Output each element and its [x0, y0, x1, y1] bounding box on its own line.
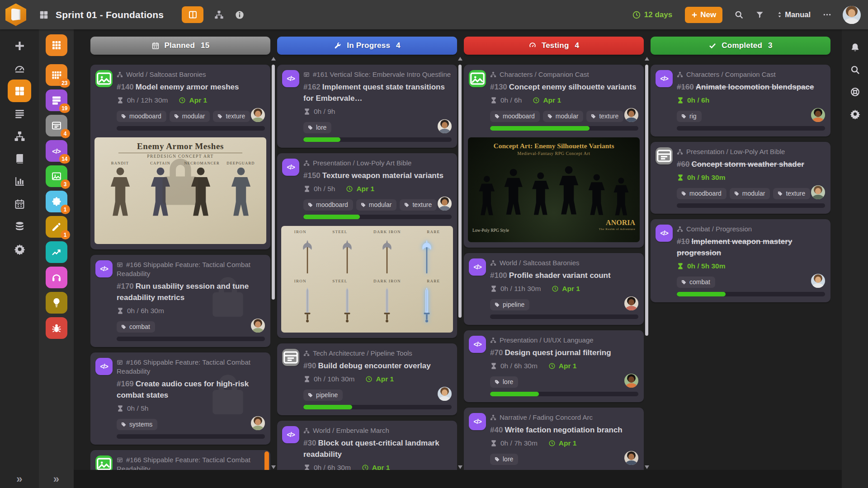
task-type-code-icon[interactable]: </>: [656, 70, 673, 87]
scrollbar-thumb[interactable]: [272, 65, 275, 300]
card-context[interactable]: Tech Architecture / Pipeline Tools: [303, 349, 452, 358]
tag-pill[interactable]: combat: [677, 277, 715, 288]
task-card[interactable]: Characters / Companion Cast#130Concept e…: [464, 65, 644, 248]
rightbar-item-search[interactable]: [850, 59, 860, 81]
task-type-image-icon[interactable]: [469, 70, 486, 87]
sidebar-item-design-docs[interactable]: [8, 147, 31, 170]
task-card[interactable]: #166 Shippable Feature: Tactical Combat …: [90, 450, 270, 470]
task-type-code-icon[interactable]: </>: [469, 336, 486, 353]
tag-pill[interactable]: modular: [170, 111, 210, 122]
board-view-button[interactable]: [182, 6, 203, 23]
filter-tile-ideas[interactable]: [46, 292, 67, 314]
sidebar-item-hierarchy[interactable]: [8, 125, 31, 147]
filter-tile-cards[interactable]: 4: [46, 115, 67, 136]
task-card[interactable]: </>#166 Shippable Feature: Tactical Comb…: [90, 255, 270, 347]
card-context[interactable]: Presentation / Low-Poly Art Bible: [677, 147, 825, 156]
sidebar-item-board[interactable]: [8, 80, 31, 102]
tag-pill[interactable]: texture: [586, 111, 623, 122]
card-context[interactable]: Narrative / Fading Concord Arc: [490, 413, 638, 422]
tag-pill[interactable]: pipeline: [490, 299, 529, 310]
task-card[interactable]: Presentation / Low-Poly Art Bible#60Conc…: [651, 142, 830, 214]
card-context[interactable]: Presentation / UI/UX Language: [490, 336, 638, 345]
app-logo-icon[interactable]: [5, 4, 26, 26]
scroll-up-arrow-icon[interactable]: [271, 57, 276, 61]
card-context[interactable]: Characters / Companion Cast: [677, 70, 825, 79]
scrollbar-thumb[interactable]: [645, 65, 648, 336]
sidebar-item-dashboard[interactable]: [8, 57, 31, 80]
task-card[interactable]: </>Narrative / Fading Concord Arc#40Writ…: [464, 408, 644, 470]
more-options-button[interactable]: [822, 10, 832, 19]
tag-pill[interactable]: modular: [730, 188, 770, 199]
column-scrollbar[interactable]: [271, 57, 275, 469]
scroll-down-arrow-icon[interactable]: [645, 465, 649, 469]
filter-tile-programming[interactable]: </>14: [46, 140, 67, 162]
task-type-code-icon[interactable]: </>: [469, 413, 486, 430]
task-card[interactable]: </>Presentation / Low-Poly Art Bible#150…: [277, 153, 457, 338]
task-card[interactable]: </>#166 Shippable Feature: Tactical Comb…: [90, 352, 270, 445]
scrollbar-thumb[interactable]: [458, 65, 462, 318]
filter-tile-boards[interactable]: 23: [46, 64, 67, 86]
sidebar-item-metrics[interactable]: [8, 170, 31, 192]
column-scrollbar[interactable]: [458, 57, 462, 469]
filter-tile-all-items[interactable]: [46, 34, 67, 56]
sidebar-item-add[interactable]: [8, 34, 31, 57]
column-scrollbar[interactable]: [645, 57, 649, 469]
sidebar-expand-button[interactable]: »: [16, 474, 22, 484]
filter-tile-integrations[interactable]: 1: [46, 191, 67, 212]
tag-pill[interactable]: lore: [490, 454, 518, 465]
scroll-up-arrow-icon[interactable]: [645, 57, 649, 61]
tag-pill[interactable]: combat: [117, 321, 155, 333]
card-context[interactable]: #161 Vertical Slice: Embervale Intro Que…: [303, 70, 452, 79]
card-context[interactable]: Presentation / Low-Poly Art Bible: [303, 159, 452, 168]
rightbar-item-notifications[interactable]: [850, 37, 860, 59]
scroll-down-arrow-icon[interactable]: [271, 465, 276, 469]
task-type-image-icon[interactable]: [95, 70, 113, 87]
card-context[interactable]: Characters / Companion Cast: [490, 70, 638, 79]
filter-tile-marketing[interactable]: [46, 241, 67, 263]
filter-tile-bugs[interactable]: [46, 317, 67, 339]
scroll-down-arrow-icon[interactable]: [458, 465, 462, 469]
card-context[interactable]: #166 Shippable Feature: Tactical Combat …: [117, 260, 265, 278]
tag-pill[interactable]: moodboard: [303, 199, 353, 211]
sidebar-item-calendar[interactable]: [8, 192, 31, 215]
tag-pill[interactable]: lore: [303, 122, 331, 133]
card-context[interactable]: World / Embervale March: [303, 426, 452, 435]
search-button[interactable]: [734, 10, 744, 19]
tag-pill[interactable]: modular: [543, 111, 584, 122]
user-avatar[interactable]: [843, 6, 861, 24]
tag-pill[interactable]: lore: [490, 376, 518, 388]
tag-pill[interactable]: moodboard: [117, 111, 166, 122]
task-card[interactable]: </>World / Saltcoast Baronies#100Profile…: [464, 253, 644, 325]
tag-pill[interactable]: pipeline: [303, 389, 343, 401]
task-type-code-icon[interactable]: </>: [469, 258, 486, 276]
filter-sidebar-expand-button[interactable]: »: [53, 474, 59, 484]
column-header[interactable]: In Progress4: [277, 37, 457, 55]
sidebar-item-backlog[interactable]: [8, 102, 31, 125]
card-context[interactable]: World / Saltcoast Baronies: [117, 70, 265, 79]
task-type-code-icon[interactable]: </>: [95, 260, 113, 277]
task-card[interactable]: World / Saltcoast Baronies#140Model enem…: [90, 65, 270, 249]
sort-selector[interactable]: Manual: [776, 10, 811, 19]
column-header[interactable]: Planned15: [90, 37, 270, 55]
filter-tile-notes[interactable]: 19: [46, 89, 67, 111]
task-type-code-icon[interactable]: </>: [282, 159, 299, 176]
task-type-code-icon[interactable]: </>: [95, 358, 113, 375]
sidebar-item-settings[interactable]: [8, 238, 31, 260]
task-type-code-icon[interactable]: </>: [282, 426, 299, 443]
rightbar-item-help[interactable]: [850, 81, 860, 103]
scroll-up-arrow-icon[interactable]: [458, 57, 462, 61]
project-grid-icon[interactable]: [39, 10, 49, 20]
info-button[interactable]: [235, 10, 245, 20]
card-context[interactable]: #166 Shippable Feature: Tactical Combat …: [117, 358, 265, 376]
column-header[interactable]: Testing4: [464, 37, 644, 55]
card-context[interactable]: Combat / Progression: [677, 225, 825, 234]
sidebar-item-data[interactable]: [8, 215, 31, 238]
task-card[interactable]: </>Characters / Companion Cast#160Animat…: [651, 65, 830, 136]
tag-pill[interactable]: modular: [356, 199, 397, 211]
filter-button[interactable]: [755, 10, 764, 19]
tag-pill[interactable]: texture: [213, 111, 250, 122]
task-card[interactable]: </>World / Embervale March#30Block out q…: [277, 421, 457, 470]
tag-pill[interactable]: moodboard: [677, 188, 726, 199]
tag-pill[interactable]: systems: [117, 419, 157, 430]
task-type-card-icon[interactable]: [282, 349, 299, 366]
